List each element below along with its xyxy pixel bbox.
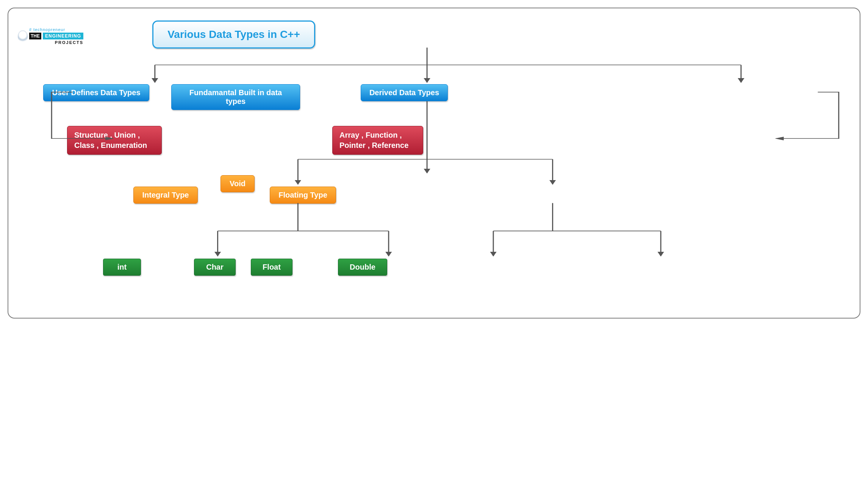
root-node: Various Data Types in C++ (152, 20, 315, 49)
label-void: Void (230, 179, 246, 188)
label-double: Double (350, 263, 375, 272)
diagram-frame: # technopreneur THE ENGINEERING PROJECTS… (8, 8, 860, 319)
node-fundamental: Fundamantal Built in data types (171, 84, 300, 110)
node-char: Char (194, 259, 236, 276)
node-void: Void (221, 175, 255, 192)
node-user-defines-detail: Structure , Union , Class , Enumeration (67, 126, 162, 155)
derived-line2: Pointer , Reference (339, 140, 408, 151)
logo-engineering: ENGINEERING (43, 33, 83, 39)
brand-logo: # technopreneur THE ENGINEERING PROJECTS (29, 27, 83, 45)
logo-the: THE (29, 33, 41, 39)
node-double: Double (338, 259, 387, 276)
root-title: Various Data Types in C++ (167, 28, 300, 41)
label-floating: Floating Type (278, 191, 327, 199)
user-defines-line2: Class , Enumeration (74, 140, 147, 151)
node-float: Float (251, 259, 292, 276)
label-integral: Integral Type (142, 191, 189, 199)
logo-hashtag: # technopreneur (29, 27, 83, 32)
node-derived-detail: Array , Function , Pointer , Reference (332, 126, 423, 155)
node-integral: Integral Type (133, 187, 198, 204)
label-char: Char (206, 263, 224, 272)
user-defines-line1: Structure , Union , (74, 130, 147, 140)
derived-line1: Array , Function , (339, 130, 408, 140)
robot-icon (18, 30, 28, 42)
node-user-defines: User Defines Data Types (43, 84, 149, 101)
node-int: int (103, 259, 141, 276)
node-derived: Derived Data Types (361, 84, 448, 101)
label-float: Float (263, 263, 281, 272)
label-user-defines: User Defines Data Types (52, 88, 140, 97)
label-int: int (117, 263, 127, 272)
node-floating: Floating Type (270, 187, 336, 204)
label-derived: Derived Data Types (369, 88, 439, 97)
label-fundamental: Fundamantal Built in data types (178, 88, 293, 106)
logo-projects: PROJECTS (29, 40, 83, 45)
